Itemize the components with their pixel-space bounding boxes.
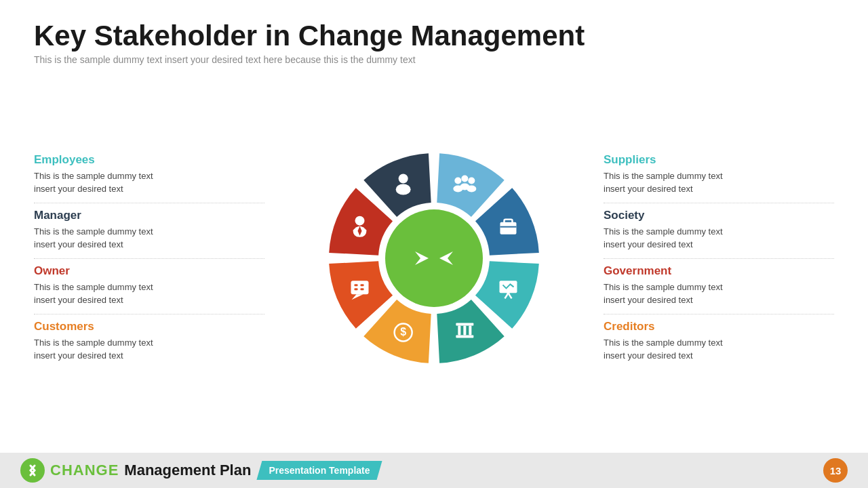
left-panel: Employees This is the sample dummy texti…: [34, 148, 264, 369]
svg-rect-17: [469, 326, 471, 336]
svg-rect-20: [351, 281, 369, 294]
footer-left: CHANGE Management Plan Presentation Temp…: [20, 458, 382, 483]
government-desc: This is the sample dummy textinsert your…: [604, 281, 834, 307]
wheel-center-circle: [385, 209, 483, 307]
page-title: Key Stakeholder in Change Management: [34, 20, 834, 52]
government-title: Government: [604, 264, 834, 278]
page-subtitle: This is the sample dummy text insert you…: [34, 54, 834, 65]
footer-logo: [20, 458, 45, 483]
suppliers-desc: This is the sample dummy textinsert your…: [604, 169, 834, 196]
owner-desc: This is the sample dummy textinsert your…: [34, 281, 264, 307]
creditors-title: Creditors: [604, 320, 834, 333]
content-area: Employees This is the sample dummy texti…: [34, 77, 834, 439]
main-content: Key Stakeholder in Change Management Thi…: [0, 0, 868, 453]
svg-rect-25: [361, 288, 364, 290]
employees-title: Employees: [34, 153, 264, 167]
society-desc: This is the sample dummy textinsert your…: [604, 225, 834, 251]
center-panel: $: [264, 143, 604, 373]
employees-desc: This is the sample dummy textinsert your…: [34, 169, 264, 196]
title-section: Key Stakeholder in Change Management Thi…: [34, 20, 834, 65]
creditors-desc: This is the sample dummy textinsert your…: [604, 336, 834, 363]
footer-brand-mgmt: Management Plan: [124, 462, 251, 479]
svg-rect-22: [355, 284, 358, 286]
svg-point-28: [399, 174, 408, 184]
stakeholder-manager: Manager This is the sample dummy textins…: [34, 203, 264, 259]
stakeholder-employees: Employees This is the sample dummy texti…: [34, 148, 264, 203]
svg-rect-15: [458, 326, 460, 336]
footer-page-number: 13: [823, 458, 848, 483]
society-title: Society: [604, 209, 834, 222]
customers-desc: This is the sample dummy textinsert your…: [34, 336, 264, 363]
wheel-icon-employees: [453, 176, 476, 192]
stakeholder-customers: Customers This is the sample dummy texti…: [34, 314, 264, 369]
manager-desc: This is the sample dummy textinsert your…: [34, 225, 264, 251]
stakeholder-society: Society This is the sample dummy textins…: [604, 203, 834, 259]
svg-rect-16: [463, 326, 466, 336]
svg-point-29: [396, 184, 411, 195]
svg-rect-13: [456, 336, 473, 338]
stakeholder-suppliers: Suppliers This is the sample dummy texti…: [604, 148, 834, 203]
svg-point-4: [461, 176, 468, 182]
svg-point-26: [355, 216, 365, 226]
stakeholder-owner: Owner This is the sample dummy textinser…: [34, 259, 264, 314]
wheel-chart: $: [319, 143, 549, 373]
svg-point-2: [468, 178, 475, 184]
manager-title: Manager: [34, 209, 264, 222]
svg-point-0: [454, 178, 461, 184]
owner-title: Owner: [34, 264, 264, 278]
svg-rect-23: [355, 288, 358, 290]
customers-title: Customers: [34, 320, 264, 333]
svg-rect-24: [361, 284, 364, 286]
right-panel: Suppliers This is the sample dummy texti…: [604, 148, 834, 369]
svg-text:$: $: [400, 327, 406, 338]
footer: CHANGE Management Plan Presentation Temp…: [0, 453, 868, 488]
footer-brand-change: CHANGE: [50, 462, 119, 479]
suppliers-title: Suppliers: [604, 153, 834, 167]
stakeholder-creditors: Creditors This is the sample dummy texti…: [604, 314, 834, 369]
wheel-icon-government: [456, 323, 473, 338]
stakeholder-government: Government This is the sample dummy text…: [604, 259, 834, 314]
footer-template-badge: Presentation Template: [256, 461, 382, 480]
svg-point-5: [460, 184, 469, 190]
svg-rect-14: [456, 323, 473, 326]
